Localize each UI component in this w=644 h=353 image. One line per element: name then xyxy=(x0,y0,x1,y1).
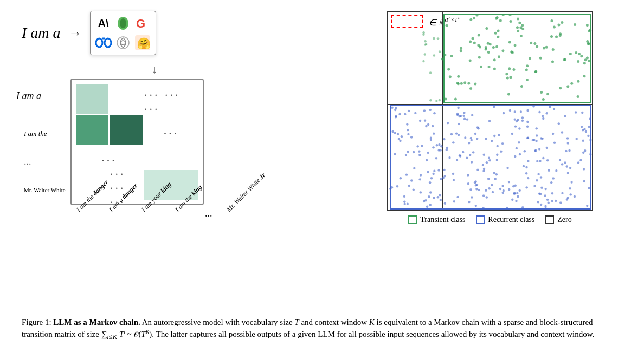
svg-point-314 xyxy=(508,181,510,183)
svg-point-147 xyxy=(403,200,405,202)
svg-point-298 xyxy=(546,147,548,149)
svg-point-4 xyxy=(105,38,111,47)
scatter-plot: ∈ ℝT3×T4 xyxy=(387,11,593,211)
svg-point-220 xyxy=(414,112,416,114)
cell-r2c3: ... xyxy=(144,115,198,145)
svg-point-113 xyxy=(526,64,529,67)
svg-point-176 xyxy=(491,184,493,186)
svg-point-404 xyxy=(452,141,454,143)
svg-point-384 xyxy=(501,142,504,145)
svg-point-18 xyxy=(469,41,472,43)
svg-point-395 xyxy=(456,113,459,115)
svg-point-139 xyxy=(514,118,516,120)
scatter-dots-svg xyxy=(388,12,592,210)
svg-point-62 xyxy=(509,14,512,16)
svg-point-293 xyxy=(526,121,529,123)
anthropic-logo: A\ xyxy=(95,15,112,32)
svg-point-379 xyxy=(463,115,465,117)
svg-point-119 xyxy=(463,81,466,84)
svg-point-268 xyxy=(575,138,577,140)
svg-point-312 xyxy=(508,188,510,191)
svg-point-238 xyxy=(574,195,576,198)
svg-point-3 xyxy=(96,38,102,47)
svg-point-317 xyxy=(567,197,569,199)
svg-point-242 xyxy=(426,206,428,208)
svg-point-12 xyxy=(497,30,500,32)
figure-label: Figure 1: xyxy=(22,318,51,326)
svg-point-375 xyxy=(476,168,479,171)
svg-point-30 xyxy=(497,36,499,38)
svg-point-173 xyxy=(400,177,402,179)
svg-point-243 xyxy=(403,203,405,205)
svg-point-305 xyxy=(525,166,527,168)
svg-point-227 xyxy=(546,112,548,114)
svg-point-205 xyxy=(566,142,569,144)
scatter-inner: ∈ ℝT3×T4 xyxy=(388,12,592,210)
svg-point-91 xyxy=(493,58,496,61)
svg-point-163 xyxy=(497,145,499,147)
svg-point-138 xyxy=(523,165,525,167)
svg-point-16 xyxy=(575,51,577,54)
llm-logos-box: A\ G xyxy=(90,11,156,55)
svg-point-276 xyxy=(519,153,521,155)
svg-point-203 xyxy=(553,142,556,144)
cell-r3c3 xyxy=(144,147,198,168)
svg-point-414 xyxy=(405,154,407,156)
caption-bold-title: LLM as a Markov chain. xyxy=(53,318,140,326)
svg-point-374 xyxy=(420,191,422,193)
svg-text:G: G xyxy=(136,17,145,30)
svg-point-411 xyxy=(427,171,429,173)
svg-point-56 xyxy=(551,61,554,63)
svg-point-344 xyxy=(546,199,549,201)
svg-point-141 xyxy=(584,149,586,152)
svg-point-87 xyxy=(501,49,504,52)
meta-logo xyxy=(95,34,112,51)
svg-point-151 xyxy=(401,135,403,138)
svg-point-381 xyxy=(514,155,516,158)
row-label-2: I am the xyxy=(24,117,66,150)
svg-point-392 xyxy=(496,154,498,156)
svg-point-178 xyxy=(536,134,538,136)
svg-point-327 xyxy=(483,168,485,170)
svg-point-274 xyxy=(536,127,538,129)
svg-point-311 xyxy=(477,127,479,129)
svg-point-413 xyxy=(459,115,461,117)
svg-point-369 xyxy=(405,173,408,175)
svg-point-408 xyxy=(458,123,460,125)
svg-point-128 xyxy=(449,75,452,78)
svg-point-174 xyxy=(542,115,544,117)
midjourney-logo xyxy=(114,15,132,32)
svg-point-400 xyxy=(552,177,554,179)
svg-point-184 xyxy=(491,140,493,142)
svg-point-80 xyxy=(557,24,560,27)
svg-point-38 xyxy=(505,73,508,75)
col-label-dots: ... xyxy=(205,208,212,219)
svg-point-41 xyxy=(543,47,545,50)
svg-point-96 xyxy=(570,82,573,85)
svg-point-244 xyxy=(569,187,571,189)
google-logo: G xyxy=(134,15,151,32)
zero-legend-box xyxy=(545,215,554,224)
svg-point-399 xyxy=(475,188,478,190)
svg-point-330 xyxy=(569,193,571,195)
svg-point-204 xyxy=(559,201,562,204)
svg-point-378 xyxy=(471,196,473,198)
svg-point-179 xyxy=(495,173,498,175)
svg-point-164 xyxy=(468,201,470,203)
svg-point-229 xyxy=(561,163,563,165)
svg-point-10 xyxy=(441,57,444,60)
svg-point-282 xyxy=(550,181,552,184)
svg-point-245 xyxy=(544,205,546,207)
svg-point-270 xyxy=(499,188,501,190)
svg-point-31 xyxy=(493,68,496,70)
svg-point-309 xyxy=(527,160,529,162)
svg-point-44 xyxy=(561,21,563,24)
svg-point-137 xyxy=(471,161,473,163)
svg-point-193 xyxy=(429,181,431,184)
svg-point-218 xyxy=(583,180,585,182)
svg-point-362 xyxy=(536,160,538,162)
svg-point-22 xyxy=(521,24,524,27)
svg-point-217 xyxy=(443,138,445,140)
svg-point-89 xyxy=(457,75,460,78)
svg-point-252 xyxy=(541,138,543,140)
